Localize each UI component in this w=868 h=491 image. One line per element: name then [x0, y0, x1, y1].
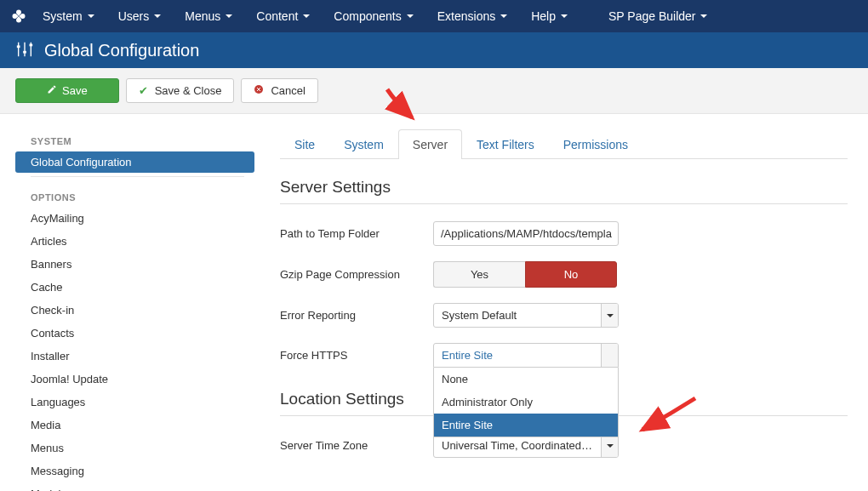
- sidebar-item-cache[interactable]: Cache: [15, 277, 254, 298]
- cancel-button[interactable]: Cancel: [241, 78, 317, 103]
- save-label: Save: [62, 84, 88, 97]
- sidebar-item-check-in[interactable]: Check-in: [15, 300, 254, 321]
- caret-down-icon: [700, 14, 707, 18]
- caret-down-icon: [561, 14, 568, 18]
- timezone-value: Universal Time, Coordinated …: [434, 434, 601, 457]
- topmenu-item-extensions[interactable]: Extensions: [425, 0, 519, 32]
- error-reporting-label: Error Reporting: [280, 309, 433, 322]
- gzip-no[interactable]: No: [525, 261, 617, 288]
- action-toolbar: Save ✔ Save & Close Cancel: [0, 68, 868, 114]
- tab-permissions[interactable]: Permissions: [549, 129, 642, 159]
- server-settings-heading: Server Settings: [280, 178, 848, 204]
- sidebar-item-banners[interactable]: Banners: [15, 254, 254, 275]
- caret-down-icon: [500, 14, 507, 18]
- apply-icon: [47, 84, 57, 97]
- sidebar-item-global-configuration[interactable]: Global Configuration: [15, 151, 254, 173]
- sidebar-item-articles[interactable]: Articles: [15, 231, 254, 252]
- chevron-down-icon: [601, 434, 618, 457]
- topmenu-item-users[interactable]: Users: [106, 0, 174, 32]
- sidebar-item-modules[interactable]: Modules: [15, 483, 254, 491]
- caret-down-icon: [303, 14, 310, 18]
- sidebar-item-languages[interactable]: Languages: [15, 391, 254, 413]
- tab-system[interactable]: System: [329, 129, 398, 159]
- sidebar-heading-options: OPTIONS: [15, 186, 260, 208]
- top-nav: SystemUsersMenusContentComponentsExtensi…: [0, 0, 868, 32]
- page-title: Global Configuration: [44, 41, 199, 60]
- check-icon: ✔: [139, 84, 148, 97]
- config-tabs: SiteSystemServerText FiltersPermissions: [280, 129, 848, 159]
- svg-rect-0: [17, 45, 20, 48]
- path-tmp-label: Path to Temp Folder: [280, 227, 433, 240]
- gzip-label: Gzip Page Compression: [280, 268, 433, 281]
- chevron-down-icon: [601, 304, 618, 327]
- sidebar: SYSTEM Global Configuration OPTIONS AcyM…: [0, 114, 260, 491]
- topmenu-item-components[interactable]: Components: [322, 0, 425, 32]
- sidebar-heading-system: SYSTEM: [15, 129, 260, 151]
- caret-down-icon: [226, 14, 232, 18]
- force-https-value: Entire Site: [434, 344, 601, 367]
- topmenu-item-help[interactable]: Help: [519, 0, 580, 32]
- topmenu-item-menus[interactable]: Menus: [173, 0, 244, 32]
- sidebar-item-installer[interactable]: Installer: [15, 345, 254, 367]
- force-https-select[interactable]: Entire Site NoneAdministrator OnlyEntire…: [433, 343, 619, 368]
- content-area: SiteSystemServerText FiltersPermissions …: [260, 114, 868, 491]
- save-close-button[interactable]: ✔ Save & Close: [126, 78, 235, 103]
- sidebar-divider: [31, 176, 244, 177]
- sidebar-item-acymailing[interactable]: AcyMailing: [15, 208, 254, 229]
- caret-down-icon: [407, 14, 414, 18]
- timezone-label: Server Time Zone: [280, 439, 433, 452]
- sidebar-item-media[interactable]: Media: [15, 414, 254, 436]
- tab-server[interactable]: Server: [398, 129, 462, 159]
- cancel-icon: [254, 84, 264, 97]
- joomla-logo-icon[interactable]: [7, 0, 31, 32]
- chevron-up-icon: [601, 344, 618, 367]
- error-reporting-value: System Default: [434, 304, 601, 327]
- svg-rect-1: [23, 50, 26, 53]
- gzip-toggle[interactable]: Yes No: [433, 261, 617, 288]
- caret-down-icon: [88, 14, 94, 18]
- sliders-icon: [15, 40, 44, 61]
- force-https-option-entire-site[interactable]: Entire Site: [434, 414, 618, 437]
- title-bar: Global Configuration: [0, 32, 868, 68]
- tab-site[interactable]: Site: [280, 129, 329, 159]
- tab-text-filters[interactable]: Text Filters: [462, 129, 549, 159]
- force-https-option-administrator-only[interactable]: Administrator Only: [434, 391, 618, 414]
- save-close-label: Save & Close: [155, 84, 222, 97]
- topmenu-item-content[interactable]: Content: [244, 0, 322, 32]
- error-reporting-select[interactable]: System Default: [433, 303, 619, 328]
- gzip-yes[interactable]: Yes: [433, 261, 525, 288]
- caret-down-icon: [154, 14, 161, 18]
- sidebar-item-contacts[interactable]: Contacts: [15, 323, 254, 344]
- topmenu-item-system[interactable]: System: [31, 0, 106, 32]
- cancel-label: Cancel: [271, 84, 305, 97]
- force-https-dropdown: NoneAdministrator OnlyEntire Site: [433, 368, 619, 437]
- sidebar-item-menus[interactable]: Menus: [15, 437, 254, 459]
- force-https-option-none[interactable]: None: [434, 368, 618, 391]
- path-tmp-input[interactable]: /Applications/MAMP/htdocs/templa: [433, 221, 619, 246]
- topmenu-item-sp-page-builder[interactable]: SP Page Builder: [597, 0, 719, 32]
- force-https-label: Force HTTPS: [280, 349, 433, 362]
- sidebar-item-messaging[interactable]: Messaging: [15, 460, 254, 482]
- sidebar-item-joomla-update[interactable]: Joomla! Update: [15, 368, 254, 390]
- save-button[interactable]: Save: [15, 78, 119, 103]
- svg-rect-2: [30, 43, 33, 46]
